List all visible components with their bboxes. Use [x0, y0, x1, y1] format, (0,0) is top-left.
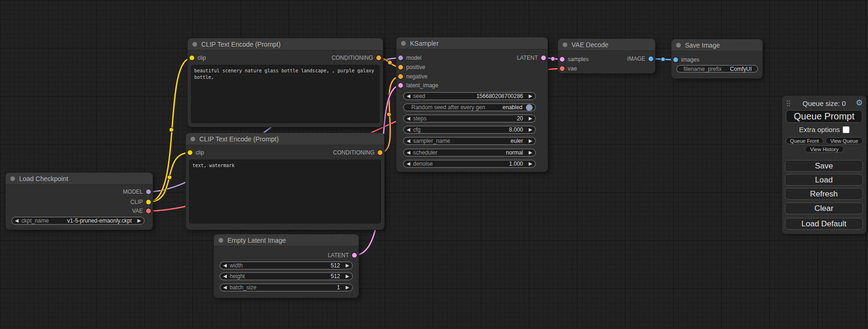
node-collapse-dot[interactable]: [192, 42, 197, 47]
increment-arrow-icon[interactable]: ▶: [529, 127, 532, 132]
input-negative[interactable]: negative: [398, 72, 427, 81]
decrement-arrow-icon[interactable]: ◀: [407, 150, 410, 155]
clip-port-icon[interactable]: [188, 150, 192, 155]
increment-arrow-icon[interactable]: ▶: [529, 150, 532, 155]
model-port-icon[interactable]: [146, 189, 151, 194]
increment-arrow-icon[interactable]: ▶: [346, 285, 349, 290]
decrement-arrow-icon[interactable]: ◀: [407, 127, 410, 132]
output-latent[interactable]: LATENT: [517, 54, 546, 62]
clip-port-icon[interactable]: [190, 56, 194, 60]
node-save-image[interactable]: Save Image images filename_prefix ComfyU…: [671, 39, 762, 78]
increment-arrow-icon[interactable]: ▶: [529, 94, 532, 98]
denoise-widget[interactable]: ◀ denoise 1.000 ▶: [403, 160, 536, 168]
toggle-enabled-icon[interactable]: [526, 105, 532, 111]
decrement-arrow-icon[interactable]: ◀: [223, 263, 227, 268]
ckpt-name-widget[interactable]: ◀ ckpt_name v1-5-pruned-emaonly.ckpt ▶: [11, 217, 145, 225]
view-history-button[interactable]: View History: [805, 146, 844, 153]
conditioning-port-icon[interactable]: [378, 150, 382, 155]
input-clip[interactable]: clip: [188, 148, 204, 157]
node-clip-text-encode-positive[interactable]: CLIP Text Encode (Prompt) clip CONDITION…: [188, 38, 383, 127]
node-ksampler[interactable]: KSampler model positive negative latent_…: [396, 37, 548, 172]
node-vae-decode[interactable]: VAE Decode samples vae IMAGE: [558, 39, 655, 73]
output-vae[interactable]: VAE: [132, 207, 151, 215]
input-positive[interactable]: positive: [398, 63, 425, 71]
output-clip[interactable]: CLIP: [130, 198, 151, 206]
batch-size-widget[interactable]: ◀ batch_size 1 ▶: [219, 283, 353, 292]
node-header[interactable]: CLIP Text Encode (Prompt): [186, 133, 384, 145]
output-conditioning[interactable]: CONDITIONING: [332, 54, 381, 62]
image-port-icon[interactable]: [673, 57, 678, 62]
decrement-arrow-icon[interactable]: ◀: [407, 161, 410, 166]
queue-front-button[interactable]: Queue Front: [786, 137, 823, 144]
node-header[interactable]: Empty Latent Image: [214, 234, 359, 246]
model-port-icon[interactable]: [398, 56, 403, 60]
load-default-button[interactable]: Load Default: [785, 218, 863, 230]
height-widget[interactable]: ◀ height 512 ▶: [219, 272, 353, 280]
node-load-checkpoint[interactable]: Load Checkpoint MODEL CLIP VAE ◀ ckpt_na…: [6, 173, 153, 230]
decrement-arrow-icon[interactable]: ◀: [223, 285, 227, 290]
increment-arrow-icon[interactable]: ▶: [346, 274, 349, 279]
increment-arrow-icon[interactable]: ▶: [529, 139, 532, 143]
decrement-arrow-icon[interactable]: ◀: [407, 94, 410, 98]
node-clip-text-encode-negative[interactable]: CLIP Text Encode (Prompt) clip CONDITION…: [186, 133, 384, 230]
latent-port-icon[interactable]: [560, 57, 565, 62]
output-model[interactable]: MODEL: [123, 188, 151, 196]
prompt-textarea[interactable]: text, watermark: [190, 160, 381, 223]
refresh-button[interactable]: Refresh: [785, 188, 863, 200]
node-collapse-dot[interactable]: [401, 41, 406, 46]
load-button[interactable]: Load: [785, 174, 863, 186]
increment-arrow-icon[interactable]: ▶: [346, 263, 349, 268]
vae-port-icon[interactable]: [146, 209, 151, 213]
node-collapse-dot[interactable]: [219, 238, 223, 243]
latent-port-icon[interactable]: [541, 56, 546, 60]
scheduler-widget[interactable]: ◀ scheduler normal ▶: [403, 148, 536, 157]
input-clip[interactable]: clip: [190, 54, 206, 62]
output-image[interactable]: IMAGE: [627, 55, 653, 63]
conditioning-port-icon[interactable]: [376, 56, 381, 60]
decrement-arrow-icon[interactable]: ◀: [407, 116, 410, 121]
width-widget[interactable]: ◀ width 512 ▶: [219, 261, 353, 270]
node-collapse-dot[interactable]: [10, 176, 15, 181]
conditioning-port-icon[interactable]: [398, 65, 403, 70]
decrement-arrow-icon[interactable]: ◀: [223, 274, 227, 279]
node-header[interactable]: VAE Decode: [558, 39, 655, 51]
input-images[interactable]: images: [673, 56, 699, 64]
sampler-name-widget[interactable]: ◀ sampler_name euler ▶: [403, 137, 536, 145]
input-samples[interactable]: samples: [560, 55, 589, 63]
node-header[interactable]: Load Checkpoint: [6, 173, 153, 185]
latent-port-icon[interactable]: [352, 253, 357, 258]
increment-arrow-icon[interactable]: ▶: [529, 161, 532, 166]
increment-arrow-icon[interactable]: ▶: [529, 116, 532, 121]
cfg-widget[interactable]: ◀ cfg 8.000 ▶: [403, 126, 536, 134]
decrement-arrow-icon[interactable]: ◀: [15, 218, 19, 223]
output-conditioning[interactable]: CONDITIONING: [333, 148, 382, 157]
node-header[interactable]: Save Image: [671, 39, 762, 51]
node-header[interactable]: CLIP Text Encode (Prompt): [188, 38, 383, 50]
prompt-textarea[interactable]: beautiful scenery nature glass bottle la…: [191, 65, 379, 123]
save-button[interactable]: Save: [785, 160, 863, 172]
conditioning-port-icon[interactable]: [398, 74, 403, 79]
queue-prompt-button[interactable]: Queue Prompt: [786, 110, 862, 123]
comfyui-canvas[interactable]: { "icons": { "arrow_left": "◀", "arrow_r…: [0, 0, 868, 329]
decrement-arrow-icon[interactable]: ◀: [407, 139, 410, 143]
view-queue-button[interactable]: View Queue: [826, 137, 863, 144]
input-model[interactable]: model: [398, 54, 422, 62]
node-collapse-dot[interactable]: [676, 43, 681, 48]
extra-options-checkbox[interactable]: [843, 126, 849, 133]
steps-widget[interactable]: ◀ steps 20 ▶: [403, 114, 536, 123]
clear-button[interactable]: Clear: [785, 203, 863, 214]
gear-icon[interactable]: ⚙: [856, 98, 863, 108]
drag-handle-icon[interactable]: [786, 100, 790, 107]
node-empty-latent-image[interactable]: Empty Latent Image LATENT ◀ width 512 ▶ …: [214, 234, 359, 298]
seed-widget[interactable]: ◀ seed 156680208700286 ▶: [403, 92, 536, 100]
output-latent[interactable]: LATENT: [328, 251, 357, 259]
clip-port-icon[interactable]: [146, 200, 151, 204]
image-port-icon[interactable]: [649, 56, 653, 61]
input-latent-image[interactable]: latent_image: [398, 81, 438, 90]
node-collapse-dot[interactable]: [191, 137, 195, 141]
vae-port-icon[interactable]: [560, 66, 565, 71]
node-header[interactable]: KSampler: [396, 37, 548, 49]
random-seed-toggle[interactable]: Random seed after every gen enabled: [403, 103, 536, 112]
filename-prefix-widget[interactable]: filename_prefix ComfyUI: [676, 65, 758, 73]
latent-port-icon[interactable]: [398, 83, 403, 88]
